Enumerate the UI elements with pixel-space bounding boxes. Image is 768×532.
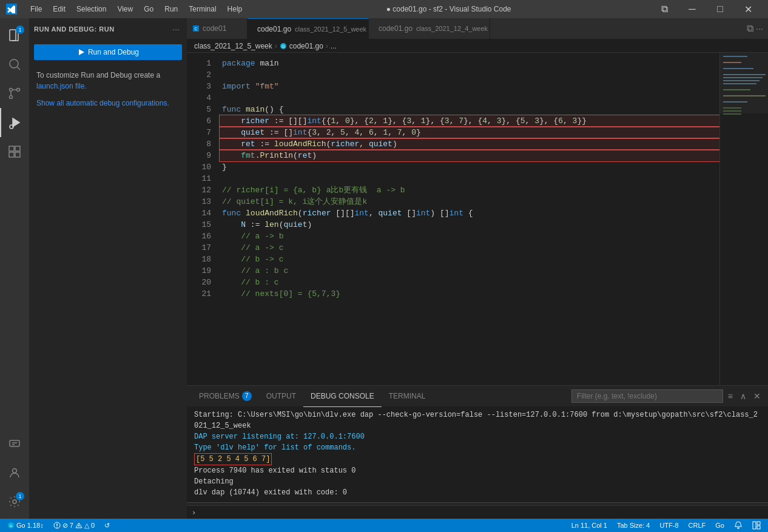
explorer-badge: 1 (16, 25, 24, 34)
activity-remote[interactable] (0, 429, 29, 458)
sync-icon: ↺ (104, 522, 110, 530)
code-line-5: func main() { (220, 104, 719, 115)
svg-marker-15 (79, 49, 84, 55)
svg-rect-0 (10, 30, 16, 41)
code-content[interactable]: package main import "fmt" func main() { … (217, 53, 719, 385)
minimize-button[interactable]: ─ (678, 0, 706, 18)
launch-json-link[interactable]: launch.json file. (36, 82, 87, 90)
breadcrumb-folder[interactable]: class_2021_12_5_week (194, 42, 272, 50)
status-eol[interactable]: CRLF (686, 519, 709, 532)
tab-code01-go-inactive[interactable]: G code01.go class_2021_12_4_week (369, 18, 490, 39)
breadcrumb-go-icon: G (280, 42, 287, 50)
activity-search[interactable] (0, 50, 29, 79)
tab-icon-code01: C (193, 25, 199, 32)
maximize-button[interactable]: □ (706, 0, 734, 18)
status-errors[interactable]: ⊘ 7 △ 0 (51, 519, 97, 532)
menu-file[interactable]: File (25, 4, 47, 15)
panel-content[interactable]: Starting: C:\Users\MSI\go\bin\dlv.exe da… (187, 407, 768, 502)
svg-rect-46 (753, 522, 756, 529)
close-button[interactable]: ✕ (734, 0, 762, 18)
sidebar-more-button[interactable]: ··· (170, 23, 182, 35)
status-encoding[interactable]: UTF-8 (657, 519, 681, 532)
panel-tab-problems[interactable]: PROBLEMS 7 (192, 386, 259, 407)
activity-extensions[interactable] (0, 137, 29, 166)
eol-text: CRLF (689, 522, 706, 529)
wrap-lines-button[interactable]: ≡ (726, 390, 735, 402)
code-line-20: // b : c (220, 277, 719, 288)
activity-settings[interactable]: 1 (0, 487, 29, 516)
code-line-8: ret := loudAndRich(richer, quiet) (220, 138, 719, 150)
activity-account[interactable] (0, 458, 29, 487)
panel: PROBLEMS 7 OUTPUT DEBUG CONSOLE TERMINAL… (187, 385, 768, 519)
code-line-10: } (220, 161, 719, 173)
menu-help[interactable]: Help (223, 4, 248, 15)
status-sync[interactable]: ↺ (102, 519, 112, 532)
menu-edit[interactable]: Edit (48, 4, 70, 15)
console-result: [5 5 2 5 4 5 6 7] (194, 453, 272, 465)
activity-source-control[interactable] (0, 79, 29, 108)
go-version-text: Go 1.18↕ (16, 522, 44, 529)
error-icon (53, 522, 61, 529)
titlebar-left: File Edit Selection View Go Run Terminal… (6, 4, 247, 15)
status-ln-col[interactable]: Ln 11, Col 1 (569, 519, 610, 532)
filter-input[interactable] (571, 389, 723, 403)
tab-size-text: Tab Size: 4 (617, 522, 650, 529)
tab-bar-spacer (490, 18, 742, 39)
status-layout[interactable] (750, 519, 763, 532)
settings-badge: 1 (16, 492, 24, 500)
code-line-13: // quiet[i] = k, i这个人安静值是k (220, 196, 719, 207)
panel-tab-output[interactable]: OUTPUT (259, 386, 303, 407)
svg-point-13 (13, 469, 17, 473)
panel-tab-terminal[interactable]: TERMINAL (382, 386, 433, 407)
language-text: Go (715, 522, 724, 529)
main-layout: 1 (0, 18, 768, 519)
code-editor[interactable]: 12345 678910 1112131415 1617181920 21 pa… (187, 53, 768, 385)
split-editor-button[interactable]: ⧉ (747, 23, 753, 34)
layout-icon (752, 521, 761, 530)
menu-terminal[interactable]: Terminal (184, 4, 221, 15)
run-and-debug-button[interactable]: Run and Debug (34, 44, 182, 60)
tab-sublabel-active: class_2021_12_5_week (295, 25, 366, 33)
menu-go[interactable]: Go (139, 4, 158, 15)
menu-view[interactable]: View (112, 4, 138, 15)
warning-count: △ 0 (84, 522, 95, 530)
tab-code01-go-active[interactable]: G code01.go class_2021_12_5_week (248, 18, 369, 39)
menu-bar: File Edit Selection View Go Run Terminal… (25, 4, 247, 15)
activity-explorer[interactable]: 1 (0, 21, 29, 50)
status-language[interactable]: Go (713, 519, 727, 532)
svg-point-5 (10, 96, 13, 99)
breadcrumb-sep1: › (275, 42, 277, 50)
encoding-text: UTF-8 (659, 522, 678, 529)
activity-bottom: 1 (0, 429, 29, 519)
breadcrumb-ellipsis[interactable]: ... (331, 42, 337, 50)
status-notifications[interactable] (732, 519, 745, 532)
panel-tab-debug-console[interactable]: DEBUG CONSOLE (303, 386, 382, 407)
console-line-4: [5 5 2 5 4 5 6 7] (194, 453, 761, 465)
menu-selection[interactable]: Selection (72, 4, 111, 15)
tab-bar-right: ⧉ ··· (742, 18, 768, 39)
terminal-input-bar: › (187, 505, 768, 519)
notification-icon (734, 521, 743, 530)
window-controls: ⧉ ─ □ ✕ (650, 0, 762, 18)
breadcrumb-sep2: › (326, 42, 328, 50)
layout-button[interactable]: ⧉ (650, 0, 678, 18)
svg-rect-47 (757, 522, 760, 525)
menu-run[interactable]: Run (160, 4, 183, 15)
sidebar-customize-text: To customize Run and Debug create a laun… (29, 65, 187, 96)
activity-run-debug[interactable] (0, 108, 29, 137)
show-config-link[interactable]: Show all automatic debug configurations. (29, 96, 187, 112)
code-line-18: // b -> c (220, 254, 719, 265)
status-tab-size[interactable]: Tab Size: 4 (615, 519, 652, 532)
collapse-panel-button[interactable]: ∧ (738, 390, 749, 402)
svg-marker-6 (13, 118, 19, 127)
close-panel-button[interactable]: ✕ (751, 390, 763, 402)
code-line-21: // nexts[0] = {5,7,3} (220, 288, 719, 300)
console-line-1: Starting: C:\Users\MSI\go\bin\dlv.exe da… (194, 409, 761, 431)
svg-text:G: G (10, 524, 13, 528)
console-line-2: DAP server listening at: 127.0.0.1:7600 (194, 431, 761, 442)
status-go-version[interactable]: G Go 1.18↕ (5, 519, 46, 532)
more-tabs-button[interactable]: ··· (756, 24, 763, 33)
tab-code01[interactable]: C code01 (187, 18, 248, 39)
breadcrumb-file[interactable]: code01.go (289, 42, 323, 50)
svg-rect-11 (15, 152, 20, 157)
